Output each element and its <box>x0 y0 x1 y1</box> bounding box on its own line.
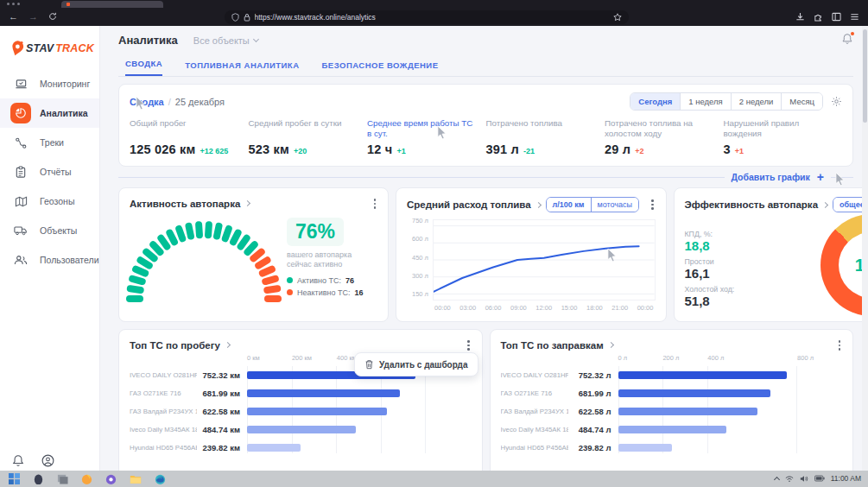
bar[interactable] <box>618 444 672 452</box>
clock[interactable]: 11:00 AM <box>831 474 861 483</box>
toggle-l-per-100km[interactable]: л/100 км <box>547 198 591 212</box>
browser-tab[interactable] <box>61 1 163 8</box>
bell-icon[interactable] <box>12 454 24 467</box>
bar[interactable] <box>618 389 771 397</box>
gauge-segment <box>126 284 144 294</box>
gauge-segment <box>263 284 282 294</box>
battery-icon[interactable] <box>814 475 825 482</box>
legend-dot-inactive <box>287 289 293 295</box>
search-icon[interactable] <box>33 473 44 484</box>
summary-card: Сводка / 25 декабря Сегодня 1 неделя 2 н… <box>118 84 853 167</box>
sidebar-item-users[interactable]: Пользователи <box>0 245 99 275</box>
star-icon[interactable] <box>613 13 622 22</box>
objects-filter-dropdown[interactable]: Все объекты <box>193 35 258 46</box>
sidebar-item-objects[interactable]: Объекты <box>0 216 99 245</box>
bar[interactable] <box>247 426 356 433</box>
main-content: Аналитика Все объекты СВОДКА ТОПЛИВНАЯ А… <box>100 26 862 471</box>
stavtrack-logo[interactable]: STAVTRACK <box>0 26 99 69</box>
profile-icon[interactable] <box>41 454 54 467</box>
extensions-icon[interactable] <box>814 12 823 22</box>
divider <box>831 177 853 178</box>
card-title[interactable]: Топ ТС по заправкам <box>501 340 604 351</box>
reload-icon[interactable] <box>48 12 57 22</box>
scrollbar-thumb[interactable] <box>863 29 867 123</box>
top-mileage-card: Топ ТС по пробегу 0 км200 км400 км IVECO… <box>118 329 483 471</box>
legend-dot-active <box>287 277 293 283</box>
url-text[interactable]: https://www.stavtrack.online/analytics <box>255 13 609 22</box>
url-bar[interactable]: https://www.stavtrack.online/analytics <box>225 10 629 24</box>
kpi-driving-violations: Нарушений правил вождения 3+1 <box>724 118 843 156</box>
sidebar-item-tracks[interactable]: Треки <box>0 128 99 157</box>
sidebar-item-monitoring[interactable]: Мониторинг <box>0 69 99 98</box>
start-button-icon[interactable] <box>9 473 20 484</box>
bar[interactable] <box>618 426 727 433</box>
tab-summary[interactable]: СВОДКА <box>125 59 162 76</box>
bar[interactable] <box>618 371 787 379</box>
firefox-icon[interactable] <box>81 473 92 484</box>
toggle-general[interactable]: общее <box>833 198 862 212</box>
reports-icon <box>10 161 31 182</box>
bar[interactable] <box>247 444 301 452</box>
kebab-menu-icon[interactable] <box>466 338 472 352</box>
efficiency-stats: КПД, %: 18,8 Простои 16,1 Холостой ход: … <box>685 222 759 308</box>
period-today-button[interactable]: Сегодня <box>630 93 680 110</box>
kebab-menu-icon[interactable] <box>649 198 656 212</box>
kebab-menu-icon[interactable] <box>372 197 378 211</box>
summary-link[interactable]: Сводка <box>130 97 164 107</box>
wifi-icon[interactable] <box>785 475 794 483</box>
bar-row: Hyundai HD65 Р456АВ 197239.82 л <box>501 439 843 457</box>
period-month-button[interactable]: Месяц <box>781 93 822 110</box>
sidebar-item-analytics[interactable]: Аналитика <box>0 98 99 128</box>
add-chart-plus-icon[interactable]: + <box>817 171 824 183</box>
chevron-right-icon <box>608 342 614 348</box>
edge-icon[interactable] <box>155 473 166 484</box>
window-controls[interactable] <box>7 3 20 5</box>
task-view-icon[interactable] <box>57 473 68 484</box>
sidebar-item-reports[interactable]: Отчёты <box>0 157 99 187</box>
objects-icon <box>10 220 31 241</box>
page-scrollbar[interactable] <box>862 26 868 471</box>
gauge-segment <box>126 295 143 302</box>
sidebar-panel-icon[interactable] <box>832 12 841 22</box>
analytics-icon <box>10 103 31 123</box>
remove-from-dashboard-menu[interactable]: Удалить с дашборда <box>354 352 478 376</box>
users-icon <box>10 250 31 270</box>
tab-safe-driving[interactable]: БЕЗОПАСНОЕ ВОЖДЕНИЕ <box>322 60 439 76</box>
bar[interactable] <box>618 408 758 415</box>
chevron-right-icon <box>822 201 828 207</box>
kebab-menu-icon[interactable] <box>837 338 843 352</box>
card-title[interactable]: Эффективность автопарка <box>685 199 819 210</box>
purple-app-icon[interactable] <box>105 473 117 484</box>
add-chart-row: Добавить график + <box>118 167 853 187</box>
download-icon[interactable] <box>795 12 805 22</box>
donut-center-value: 18,8 <box>839 232 862 298</box>
back-icon[interactable]: ← <box>9 12 18 22</box>
file-explorer-icon[interactable] <box>130 473 142 484</box>
add-chart-link[interactable]: Добавить график <box>732 172 810 182</box>
card-title[interactable]: Активность автопарка <box>130 199 240 209</box>
lock-icon[interactable] <box>244 13 250 22</box>
card-title[interactable]: Средний расход топлива <box>407 199 531 210</box>
sidebar-item-geozones[interactable]: Геозоны <box>0 187 99 216</box>
geozones-icon <box>10 191 31 212</box>
os-taskbar: 11:00 AM <box>0 471 868 487</box>
bar[interactable] <box>247 408 387 415</box>
bar[interactable] <box>247 389 400 397</box>
shield-icon[interactable] <box>231 13 239 22</box>
forward-icon[interactable]: → <box>29 12 38 22</box>
tracks-icon <box>10 132 31 153</box>
notifications-button[interactable] <box>841 33 853 48</box>
card-title[interactable]: Топ ТС по пробегу <box>130 340 220 351</box>
toggle-motor-hours[interactable]: моточасы <box>591 198 639 212</box>
volume-icon[interactable] <box>800 475 808 483</box>
period-selector: Сегодня 1 неделя 2 недели Месяц <box>630 92 823 111</box>
tab-fuel-analytics[interactable]: ТОПЛИВНАЯ АНАЛИТИКА <box>185 60 299 76</box>
sidebar-item-label: Треки <box>40 137 64 148</box>
period-1week-button[interactable]: 1 неделя <box>680 93 730 110</box>
summary-settings-button[interactable] <box>831 96 842 107</box>
period-2weeks-button[interactable]: 2 недели <box>731 93 782 110</box>
hamburger-menu-icon[interactable] <box>850 12 859 22</box>
tray-expand-icon[interactable] <box>774 476 780 482</box>
screen: ← → https://www.stavtrack.online/analyti… <box>0 0 868 487</box>
axis-tick-label: 200 л <box>662 354 679 362</box>
